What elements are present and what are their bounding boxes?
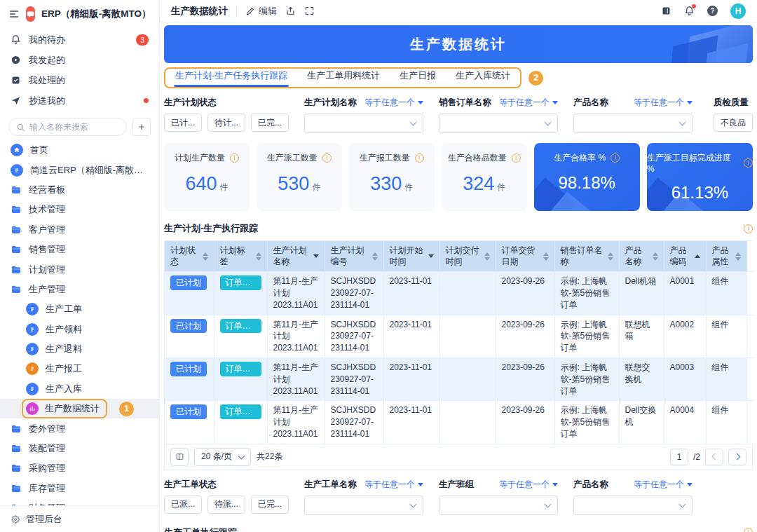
sidebar-item-inventory-mgmt[interactable]: 库存管理 bbox=[0, 479, 159, 498]
sidebar-item-production-mgmt[interactable]: 生产管理 bbox=[0, 280, 159, 299]
sort-icon[interactable] bbox=[313, 254, 319, 258]
sort-icon[interactable] bbox=[256, 252, 261, 261]
next-page-button[interactable] bbox=[728, 449, 746, 465]
sidebar-item-assembly-mgmt[interactable]: 装配管理 bbox=[0, 439, 159, 458]
column-header[interactable]: 产品名称 bbox=[619, 241, 664, 272]
edit-button[interactable]: 编辑 bbox=[245, 5, 277, 18]
sidebar-item-home[interactable]: 首页 bbox=[0, 140, 159, 160]
topbar-right: H bbox=[661, 4, 746, 19]
operator-link[interactable]: 等于任意一个 bbox=[634, 97, 693, 109]
sidebar-item-production-inbound[interactable]: 生产入库 bbox=[0, 379, 159, 399]
sort-icon[interactable] bbox=[608, 252, 613, 261]
info-icon[interactable] bbox=[744, 528, 753, 532]
sort-icon[interactable] bbox=[372, 252, 378, 261]
search-input[interactable] bbox=[29, 122, 119, 132]
product-name-select-2[interactable] bbox=[573, 496, 693, 515]
column-header[interactable]: 计划交付时间 bbox=[439, 241, 496, 272]
fullscreen-button[interactable] bbox=[304, 6, 315, 16]
add-app-button[interactable] bbox=[132, 118, 151, 136]
sort-icon[interactable] bbox=[484, 252, 490, 261]
admin-console-link[interactable]: 管理后台 bbox=[0, 505, 159, 532]
info-icon[interactable] bbox=[230, 154, 239, 163]
table-row[interactable]: 已计划 订单计... 第11月-生产计划 2023.11A01 SCJHXSDD… bbox=[165, 315, 755, 357]
panel-toggle-button[interactable] bbox=[661, 6, 671, 16]
status-filter-button[interactable]: 已计... bbox=[164, 114, 202, 132]
sidebar-item-my-processed[interactable]: 我处理的 bbox=[0, 70, 159, 90]
sidebar-item-finance-mgmt[interactable]: 财务管理 bbox=[0, 498, 159, 505]
info-icon[interactable] bbox=[744, 224, 753, 233]
sidebar-item-production-workorder[interactable]: 生产工单 bbox=[0, 299, 159, 319]
status-filter-button[interactable]: 待派... bbox=[207, 496, 245, 514]
product-name-select[interactable] bbox=[573, 114, 693, 133]
sidebar-item-customer-mgmt[interactable]: 客户管理 bbox=[0, 220, 159, 240]
sort-icon[interactable] bbox=[653, 252, 658, 261]
prev-page-button[interactable] bbox=[705, 449, 723, 465]
share-button[interactable] bbox=[285, 6, 296, 16]
column-header[interactable]: 产品属性 bbox=[706, 241, 746, 272]
sidebar-item-production-report[interactable]: 生产报工 bbox=[0, 359, 159, 378]
column-header[interactable]: 计划状态 bbox=[165, 241, 214, 272]
status-filter-button[interactable]: 已完... bbox=[251, 114, 289, 132]
tab-inbound-stats[interactable]: 生产入库统计 bbox=[456, 67, 510, 87]
sidebar-item-production-stats[interactable]: 生产数据统计 1 bbox=[0, 399, 159, 418]
tab-plan-task-tracking[interactable]: 生产计划-生产任务执行跟踪 bbox=[175, 67, 287, 87]
sidebar-item-plan-mgmt[interactable]: 计划管理 bbox=[0, 259, 159, 279]
sort-icon[interactable] bbox=[695, 254, 700, 258]
table-row[interactable]: 已计划 订单计... 第11月-生产计划 2023.11A01 SCJHXSDD… bbox=[165, 401, 755, 444]
sidebar-item-outsourcing-mgmt[interactable]: 委外管理 bbox=[0, 418, 159, 438]
operator-link[interactable]: 等于任意一个 bbox=[364, 479, 423, 491]
notifications-button[interactable] bbox=[684, 6, 695, 16]
info-icon[interactable] bbox=[611, 154, 620, 163]
sort-icon[interactable] bbox=[428, 254, 434, 258]
team-select[interactable] bbox=[439, 496, 558, 515]
plan-name-select[interactable] bbox=[304, 114, 423, 133]
user-avatar[interactable]: H bbox=[730, 4, 746, 19]
sort-icon[interactable] bbox=[543, 252, 549, 261]
scrollbar-track[interactable] bbox=[746, 241, 755, 272]
sidebar-item-my-todo[interactable]: 我的待办 3 bbox=[0, 29, 159, 50]
filter-quality: 质检质量 不良品 bbox=[714, 97, 753, 133]
sidebar-item-cc-to-me[interactable]: 抄送我的 bbox=[0, 90, 159, 111]
column-header[interactable]: 产品编码 bbox=[664, 241, 706, 272]
sales-order-select[interactable] bbox=[439, 114, 558, 133]
column-header[interactable]: 生产计划编号 bbox=[325, 241, 383, 272]
tab-workorder-material-stats[interactable]: 生产工单用料统计 bbox=[307, 67, 380, 87]
workorder-name-select[interactable] bbox=[304, 496, 423, 515]
column-header[interactable]: 计划标签 bbox=[214, 241, 267, 272]
sidebar-item-my-initiated[interactable]: 我发起的 bbox=[0, 50, 159, 70]
info-icon[interactable] bbox=[512, 154, 521, 163]
status-filter-button[interactable]: 待计... bbox=[207, 114, 245, 132]
current-page-input[interactable]: 1 bbox=[670, 449, 688, 465]
operator-link[interactable]: 等于任意一个 bbox=[634, 479, 693, 491]
sidebar-item-sales-mgmt[interactable]: 销售管理 bbox=[0, 240, 159, 259]
status-filter-button[interactable]: 已完... bbox=[251, 496, 289, 514]
sidebar-item-production-return[interactable]: 生产退料 bbox=[0, 339, 159, 359]
sidebar-item-tech-mgmt[interactable]: 技术管理 bbox=[0, 200, 159, 219]
status-filter-button[interactable]: 已派... bbox=[164, 496, 202, 514]
operator-link[interactable]: 等于任意一个 bbox=[364, 97, 423, 109]
sidebar-search-box[interactable] bbox=[8, 118, 127, 136]
tab-production-daily[interactable]: 生产日报 bbox=[400, 67, 436, 87]
sort-icon[interactable] bbox=[735, 252, 741, 261]
operator-link[interactable]: 等于任意一个 bbox=[499, 97, 558, 109]
sidebar-item-jdy-erp[interactable]: 简道云ERP（精细版-离散MTO）「... bbox=[0, 160, 159, 179]
page-size-select[interactable]: 20 条/页 bbox=[194, 448, 251, 466]
sidebar-item-business-board[interactable]: 经营看板 bbox=[0, 180, 159, 200]
sidebar-item-production-picking[interactable]: 生产领料 bbox=[0, 320, 159, 339]
column-settings-button[interactable] bbox=[170, 448, 189, 466]
info-icon[interactable] bbox=[744, 158, 753, 168]
sort-icon[interactable] bbox=[203, 252, 208, 261]
operator-link[interactable]: 等于任意一个 bbox=[499, 479, 558, 491]
sidebar-item-purchase-mgmt[interactable]: 采购管理 bbox=[0, 458, 159, 478]
column-header[interactable]: 计划开始时间 bbox=[383, 241, 439, 272]
defective-filter-button[interactable]: 不良品 bbox=[714, 114, 753, 132]
help-button[interactable] bbox=[707, 6, 718, 16]
table-row[interactable]: 已计划 订单计... 第11月-生产计划 2023.11A01 SCJHXSDD… bbox=[165, 357, 755, 400]
collapse-sidebar-icon[interactable] bbox=[8, 8, 20, 20]
column-header[interactable]: 销售订单名称 bbox=[554, 241, 619, 272]
column-header[interactable]: 订单交货日期 bbox=[496, 241, 554, 272]
info-icon[interactable] bbox=[415, 154, 424, 163]
table-row[interactable]: 已计划 订单计... 第11月-生产计划 2023.11A01 SCJHXSDD… bbox=[165, 272, 755, 315]
column-header[interactable]: 生产计划名称 bbox=[267, 241, 325, 272]
info-icon[interactable] bbox=[322, 154, 332, 163]
